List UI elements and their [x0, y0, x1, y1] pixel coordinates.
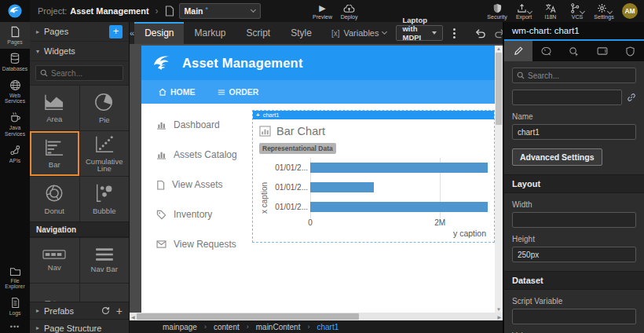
refresh-icon[interactable] [101, 306, 110, 315]
chart-icon [156, 120, 166, 130]
tab-markup[interactable]: Markup [184, 22, 236, 44]
prefabs-section-header[interactable]: ▸ Prefabs + [30, 302, 129, 319]
widget-tile-nav[interactable]: Nav [30, 238, 79, 283]
chart-zone: + chart1 Bar Chart Representational Data [251, 104, 495, 313]
width-input[interactable] [512, 212, 636, 228]
widget-search[interactable] [35, 65, 123, 81]
bind-link-icon[interactable] [627, 93, 636, 102]
scroll-down-arrow[interactable]: ▼ [496, 306, 501, 313]
canvas-vertical-scrollbar[interactable]: ▲ ▼ [495, 46, 503, 313]
add-prefab-button[interactable]: + [116, 307, 123, 315]
scroll-left-arrow[interactable]: ◀ [130, 314, 137, 320]
sidebar-item-inventory[interactable]: Inventory [156, 209, 251, 220]
project-label: Project: [38, 6, 67, 16]
more-options-button[interactable] [451, 26, 458, 41]
widget-selection-tag[interactable]: + chart1 [253, 111, 494, 119]
breadcrumb-mainpage[interactable]: mainpage [163, 323, 197, 331]
chart-bar[interactable] [310, 163, 488, 173]
variables-label: Variables [343, 28, 379, 38]
script-variable-input[interactable] [512, 309, 636, 324]
chart-widget[interactable]: + chart1 Bar Chart Representational Data [252, 110, 495, 243]
name-input[interactable] [512, 124, 636, 140]
scrollbar-thumb[interactable] [496, 53, 502, 125]
scrollbar-thumb[interactable] [137, 313, 360, 320]
wavemaker-logo[interactable] [0, 0, 30, 22]
rail-item-java-services[interactable]: Java Services [0, 108, 30, 141]
branch-select[interactable]: Main * [179, 3, 261, 19]
tab-events[interactable] [560, 41, 588, 61]
pages-section-header[interactable]: ▸ Pages + [30, 22, 129, 42]
page-structure-section-header[interactable]: ▸ Page Structure [30, 319, 129, 333]
rail-item-logs[interactable]: Logs [0, 293, 30, 320]
tab-script[interactable]: Script [236, 22, 281, 44]
rail-label: APIs [9, 158, 20, 164]
chart-bar[interactable] [310, 182, 374, 192]
deploy-cloud-icon [343, 3, 355, 13]
app-navbar: HOME ORDER [141, 80, 495, 104]
widgets-section-header[interactable]: ▾ Widgets [30, 42, 129, 61]
sidebar-item-label: View Assets [172, 179, 222, 190]
tab-styles[interactable] [532, 41, 561, 61]
nav-item-home[interactable]: HOME [159, 87, 196, 97]
sidebar-item-dashboard[interactable]: Dashboard [156, 119, 251, 130]
export-button[interactable]: Export [510, 0, 537, 22]
property-search[interactable] [512, 68, 636, 83]
bound-property-input[interactable] [512, 90, 622, 105]
tab-style[interactable]: Style [280, 22, 322, 44]
chart-widget-body: Bar Chart Representational Data x captio… [253, 111, 494, 242]
breadcrumb-content[interactable]: content [214, 323, 240, 331]
globe-icon [9, 79, 21, 91]
app-sidebar: Dashboard Assets Catalog View Assets [141, 104, 251, 313]
deploy-button[interactable]: Deploy [336, 0, 363, 22]
rail-more-button[interactable]: ••• [0, 320, 30, 333]
widget-tile-bubble[interactable]: Bubble [80, 177, 130, 221]
user-avatar[interactable]: AM [622, 3, 638, 19]
sidebar-item-label: Dashboard [174, 119, 220, 130]
widget-tile-cumulative-line[interactable]: Cumulative Line [80, 131, 130, 176]
device-select[interactable]: Laptop with MDPI Screen [396, 25, 443, 41]
tab-device[interactable] [588, 41, 617, 61]
rail-item-pages[interactable]: Pages [0, 22, 30, 49]
add-page-button[interactable]: + [109, 25, 123, 38]
rail-item-databases[interactable]: Databases [0, 49, 30, 75]
rail-item-web-services[interactable]: Web Services [0, 75, 30, 108]
widget-search-input[interactable] [51, 69, 119, 78]
property-search-input[interactable] [528, 71, 631, 80]
preview-button[interactable]: ▶ Preview [309, 0, 336, 22]
security-button[interactable]: Security [484, 0, 510, 22]
rail-item-file-explorer[interactable]: File Explorer [0, 262, 30, 294]
project-breadcrumb: Project: Asset Management [38, 6, 149, 16]
chevron-down-icon [382, 29, 387, 35]
widget-tile-nav-bar[interactable]: Nav Bar [80, 238, 130, 283]
height-input[interactable] [512, 247, 636, 262]
tab-security[interactable] [616, 41, 644, 61]
sidebar-item-assets-catalog[interactable]: Assets Catalog [156, 149, 251, 160]
vcs-button[interactable]: VCS [564, 0, 591, 22]
undo-button[interactable] [470, 28, 490, 38]
settings-button[interactable]: Settings [591, 0, 617, 22]
folder-icon [9, 266, 21, 276]
chart-bar[interactable] [310, 202, 488, 212]
caret-down-icon [432, 31, 437, 35]
variables-dropdown[interactable]: [x] Variables [331, 22, 387, 44]
scroll-right-arrow[interactable]: ▶ [496, 314, 503, 320]
advanced-settings-button[interactable]: Advanced Settings [512, 148, 602, 166]
sidebar-item-view-assets[interactable]: View Assets [156, 179, 251, 190]
widget-tile-pie[interactable]: Pie [80, 86, 130, 130]
breadcrumb-maincontent[interactable]: mainContent [256, 323, 301, 331]
sidebar-item-view-requests[interactable]: View Requests [156, 239, 251, 250]
widget-tile-donut[interactable]: Donut [30, 177, 79, 221]
nav-item-order[interactable]: ORDER [218, 87, 259, 97]
tab-properties[interactable] [504, 41, 532, 61]
widget-tile-bar[interactable]: Bar [30, 131, 79, 176]
i18n-button[interactable]: I18N [537, 0, 564, 22]
canvas-horizontal-scrollbar[interactable]: ◀ ▶ [130, 313, 503, 320]
scroll-up-arrow[interactable]: ▲ [496, 46, 501, 52]
widget-tile-dropdown[interactable] [80, 284, 130, 302]
undo-icon [474, 28, 486, 38]
tab-design[interactable]: Design [134, 22, 184, 44]
widget-tile-area[interactable]: Area [30, 86, 79, 130]
widget-tile-breadcrumb[interactable] [30, 284, 79, 302]
breadcrumb-chart1[interactable]: chart1 [317, 323, 338, 331]
rail-item-apis[interactable]: APIs [0, 141, 30, 167]
